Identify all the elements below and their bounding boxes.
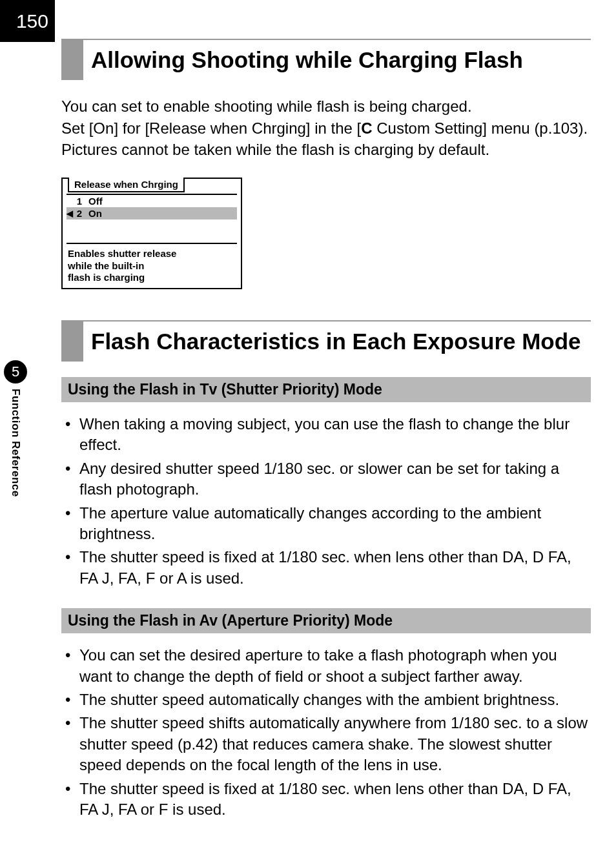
menu-tab: Release when Chrging [68,178,185,192]
menu-list: 1 Off ◀ 2 On [67,194,237,244]
title-bar [61,40,83,80]
section-title-2: Flash Characteristics in Each Exposure M… [61,320,591,362]
menu-label: Off [88,196,103,207]
section-heading: Flash Characteristics in Each Exposure M… [83,322,581,362]
list-item: The shutter speed is fixed at 1/180 sec.… [61,547,591,589]
menu-idx: 1 [69,196,82,207]
subhead-av: Using the Flash in Av (Aperture Priority… [61,608,591,633]
list-item: The aperture value automatically changes… [61,503,591,545]
menu-row-off: 1 Off [67,195,237,207]
subhead-tv: Using the Flash in Tv (Shutter Priority)… [61,377,591,402]
list-item: You can set the desired aperture to take… [61,645,591,687]
content: Allowing Shooting while Charging Flash Y… [61,39,591,839]
menu-help-line: while the built-in [68,260,236,272]
list-item: The shutter speed shifts automatically a… [61,713,591,775]
mode-tv-icon: Tv [200,381,217,398]
menu-blank [67,220,237,243]
title-bar [61,322,83,362]
menu-help: Enables shutter release while the built-… [63,248,241,288]
tv-bullets: When taking a moving subject, you can us… [61,414,591,589]
section1-body: You can set to enable shooting while fla… [61,96,591,161]
list-item: The shutter speed automatically changes … [61,689,591,710]
page: 150 5 Function Reference Allowing Shooti… [0,0,616,858]
chapter-tab: 5 Function Reference [0,360,31,497]
menu-help-line: Enables shutter release [68,248,236,260]
custom-setting-icon: C [361,119,372,137]
menu-idx: 2 [69,208,82,219]
menu-row-on: ◀ 2 On [67,207,237,220]
subhead-suffix: (Shutter Priority) Mode [217,381,382,398]
section-heading: Allowing Shooting while Charging Flash [83,40,523,80]
list-item: The shutter speed is fixed at 1/180 sec.… [61,779,591,821]
list-item: Any desired shutter speed 1/180 sec. or … [61,458,591,500]
menu-label: On [88,208,102,219]
section-title-1: Allowing Shooting while Charging Flash [61,39,591,80]
menu-help-line: flash is charging [68,272,236,284]
chapter-label: Function Reference [9,389,22,497]
list-item: When taking a moving subject, you can us… [61,414,591,456]
page-number: 150 [0,0,55,42]
av-bullets: You can set the desired aperture to take… [61,645,591,820]
chapter-number: 5 [4,360,27,383]
menu-screenshot: Release when Chrging 1 Off ◀ 2 On Enable… [61,178,242,289]
subhead-prefix: Using the Flash in [68,381,200,398]
